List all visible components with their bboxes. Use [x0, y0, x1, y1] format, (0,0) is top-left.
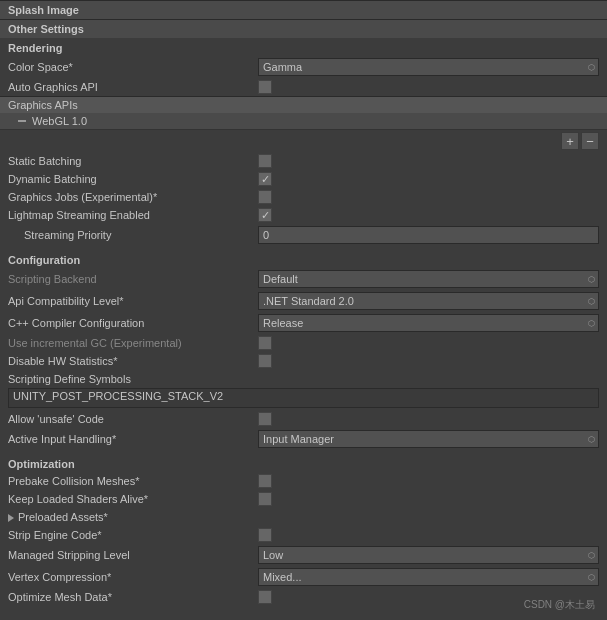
prebake-label: Prebake Collision Meshes* [8, 475, 258, 487]
auto-graphics-checkbox[interactable] [258, 80, 272, 94]
keep-shaders-row: Keep Loaded Shaders Alive* [0, 490, 607, 508]
color-space-dropdown-wrapper: Gamma Linear [258, 58, 599, 76]
scripting-define-label: Scripting Define Symbols [8, 373, 258, 385]
api-toolbar: + − [0, 130, 607, 152]
other-settings-header: Other Settings [0, 19, 607, 38]
other-settings-title: Other Settings [8, 23, 84, 35]
optimization-title: Optimization [8, 458, 75, 470]
scripting-define-row: Scripting Define Symbols [0, 370, 607, 388]
vertex-compression-row: Vertex Compression* Mixed... Nothing Eve… [0, 566, 607, 588]
scripting-define-input-row: UNITY_POST_PROCESSING_STACK_V2 [0, 388, 607, 410]
cpp-compiler-dropdown-wrapper: Release Debug Master [258, 314, 599, 332]
vertex-compression-dropdown[interactable]: Mixed... Nothing Everything [258, 568, 599, 586]
allow-unsafe-row: Allow 'unsafe' Code [0, 410, 607, 428]
cpp-compiler-dropdown[interactable]: Release Debug Master [258, 314, 599, 332]
active-input-row: Active Input Handling* Input Manager Inp… [0, 428, 607, 450]
allow-unsafe-checkbox[interactable] [258, 412, 272, 426]
static-batching-label: Static Batching [8, 155, 258, 167]
api-compat-dropdown-wrapper: .NET Standard 2.0 .NET 4.x [258, 292, 599, 310]
splash-image-header: Splash Image [0, 0, 607, 19]
auto-graphics-row: Auto Graphics API [0, 78, 607, 96]
allow-unsafe-label: Allow 'unsafe' Code [8, 413, 258, 425]
strip-engine-checkbox[interactable] [258, 528, 272, 542]
streaming-priority-control [258, 226, 599, 244]
scripting-backend-row: Scripting Backend Default IL2CPP Mono [0, 268, 607, 290]
lightmap-streaming-control [258, 208, 599, 222]
streaming-priority-input[interactable] [258, 226, 599, 244]
api-compat-label: Api Compatibility Level* [8, 295, 258, 307]
optimize-mesh-checkbox[interactable] [258, 590, 272, 604]
active-input-control: Input Manager Input System (Preview) [258, 430, 599, 448]
static-batching-control [258, 154, 599, 168]
keep-shaders-checkbox[interactable] [258, 492, 272, 506]
splash-image-title: Splash Image [8, 4, 79, 16]
auto-graphics-control [258, 80, 599, 94]
active-input-dropdown-wrapper: Input Manager Input System (Preview) [258, 430, 599, 448]
webgl-minus-icon [18, 120, 26, 122]
preloaded-assets-row: Preloaded Assets* [0, 508, 607, 526]
prebake-checkbox[interactable] [258, 474, 272, 488]
remove-api-button[interactable]: − [581, 132, 599, 150]
graphics-jobs-label: Graphics Jobs (Experimental)* [8, 191, 258, 203]
incremental-gc-label: Use incremental GC (Experimental) [8, 337, 258, 349]
webgl-label: WebGL 1.0 [32, 115, 87, 127]
incremental-gc-checkbox[interactable] [258, 336, 272, 350]
managed-stripping-dropdown[interactable]: Low Medium High [258, 546, 599, 564]
watermark: CSDN @木土易 [524, 598, 595, 612]
managed-stripping-label: Managed Stripping Level [8, 549, 258, 561]
lightmap-streaming-checkbox[interactable] [258, 208, 272, 222]
add-api-button[interactable]: + [561, 132, 579, 150]
cpp-compiler-label: C++ Compiler Configuration [8, 317, 258, 329]
cpp-compiler-row: C++ Compiler Configuration Release Debug… [0, 312, 607, 334]
prebake-row: Prebake Collision Meshes* [0, 472, 607, 490]
strip-engine-row: Strip Engine Code* [0, 526, 607, 544]
vertex-compression-dropdown-wrapper: Mixed... Nothing Everything [258, 568, 599, 586]
dynamic-batching-label: Dynamic Batching [8, 173, 258, 185]
incremental-gc-row: Use incremental GC (Experimental) [0, 334, 607, 352]
vertex-compression-label: Vertex Compression* [8, 571, 258, 583]
rendering-title: Rendering [8, 42, 62, 54]
rendering-header: Rendering [0, 38, 607, 56]
graphics-jobs-checkbox[interactable] [258, 190, 272, 204]
scripting-backend-label: Scripting Backend [8, 273, 258, 285]
lightmap-streaming-row: Lightmap Streaming Enabled [0, 206, 607, 224]
preloaded-assets-label: Preloaded Assets* [8, 511, 258, 523]
incremental-gc-control [258, 336, 599, 350]
streaming-priority-label: Streaming Priority [8, 229, 258, 241]
scripting-backend-dropdown-wrapper: Default IL2CPP Mono [258, 270, 599, 288]
graphics-apis-title: Graphics APIs [8, 99, 78, 111]
color-space-row: Color Space* Gamma Linear [0, 56, 607, 78]
dynamic-batching-control [258, 172, 599, 186]
settings-panel: Splash Image Other Settings Rendering Co… [0, 0, 607, 606]
prebake-control [258, 474, 599, 488]
static-batching-checkbox[interactable] [258, 154, 272, 168]
graphics-jobs-row: Graphics Jobs (Experimental)* [0, 188, 607, 206]
disable-hw-checkbox[interactable] [258, 354, 272, 368]
disable-hw-control [258, 354, 599, 368]
lightmap-streaming-label: Lightmap Streaming Enabled [8, 209, 258, 221]
dynamic-batching-row: Dynamic Batching [0, 170, 607, 188]
scripting-backend-control: Default IL2CPP Mono [258, 270, 599, 288]
color-space-dropdown[interactable]: Gamma Linear [258, 58, 599, 76]
api-compat-control: .NET Standard 2.0 .NET 4.x [258, 292, 599, 310]
api-compat-row: Api Compatibility Level* .NET Standard 2… [0, 290, 607, 312]
scripting-backend-dropdown[interactable]: Default IL2CPP Mono [258, 270, 599, 288]
cpp-compiler-control: Release Debug Master [258, 314, 599, 332]
scripting-define-value[interactable]: UNITY_POST_PROCESSING_STACK_V2 [8, 388, 599, 408]
optimize-mesh-row: Optimize Mesh Data* [0, 588, 607, 606]
active-input-label: Active Input Handling* [8, 433, 258, 445]
managed-stripping-control: Low Medium High [258, 546, 599, 564]
keep-shaders-control [258, 492, 599, 506]
managed-stripping-dropdown-wrapper: Low Medium High [258, 546, 599, 564]
vertex-compression-control: Mixed... Nothing Everything [258, 568, 599, 586]
api-compat-dropdown[interactable]: .NET Standard 2.0 .NET 4.x [258, 292, 599, 310]
managed-stripping-row: Managed Stripping Level Low Medium High [0, 544, 607, 566]
strip-engine-control [258, 528, 599, 542]
dynamic-batching-checkbox[interactable] [258, 172, 272, 186]
static-batching-row: Static Batching [0, 152, 607, 170]
active-input-dropdown[interactable]: Input Manager Input System (Preview) [258, 430, 599, 448]
strip-engine-label: Strip Engine Code* [8, 529, 258, 541]
disable-hw-label: Disable HW Statistics* [8, 355, 258, 367]
optimize-mesh-label: Optimize Mesh Data* [8, 591, 258, 603]
keep-shaders-label: Keep Loaded Shaders Alive* [8, 493, 258, 505]
